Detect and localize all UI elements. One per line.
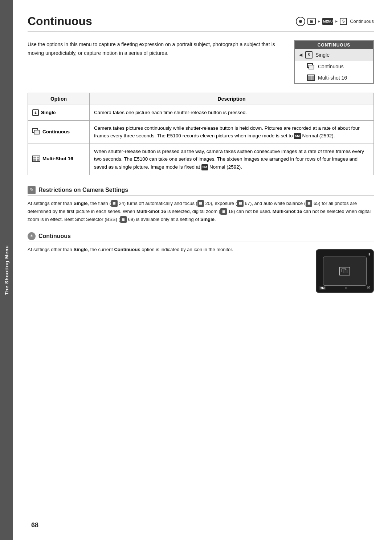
ref-icon: ▩: [220, 208, 227, 215]
option-multishot: Multi-Shot 16: [28, 144, 90, 175]
s-icon: S: [305, 51, 313, 59]
section1-title: Restrictions on Camera Settings: [38, 187, 128, 193]
breadcrumb-camera-icon: ▣: [307, 18, 316, 25]
option-continuous: Continuous: [28, 120, 90, 144]
5m-badge2: 5M: [201, 164, 208, 170]
monitor-5m: 5M: [319, 286, 326, 290]
camera-ui-single-label: Single: [315, 52, 330, 58]
section1-header: ✎ Restrictions on Camera Settings: [28, 186, 374, 196]
monitor-bottom-bar: 5M ⊕ 19: [319, 286, 370, 290]
multishot-icon: [32, 156, 40, 162]
section2-header: ☀ Continuous: [28, 232, 374, 242]
breadcrumb-arrow1: ►: [317, 19, 321, 23]
ref-icon: ▩: [120, 216, 127, 223]
page-title: Continuous: [28, 15, 92, 28]
monitor-count: 19: [366, 286, 370, 290]
intro-text: Use the options in this menu to capture …: [28, 40, 283, 84]
continuous-icon: [32, 128, 40, 135]
col-option: Option: [28, 93, 90, 105]
monitor-screen: [323, 257, 367, 286]
sidebar-label: The Shooting Menu: [4, 245, 9, 295]
camera-ui-multishot-label: Multi-shot 16: [318, 75, 347, 81]
ref-icon: ▩: [111, 200, 118, 207]
ref-icon: ▩: [306, 200, 312, 207]
multi-icon: [307, 74, 315, 81]
camera-ui-continuous-label: Continuous: [318, 64, 344, 69]
monitor-continuous-icon: [339, 267, 350, 275]
ref-icon: ▩: [237, 200, 244, 207]
monitor-center: ⊕: [344, 286, 347, 290]
camera-ui-item-single[interactable]: ◀ S Single: [295, 49, 373, 61]
single-label: Single: [41, 109, 56, 117]
table-row: S Single Camera takes one picture each t…: [28, 105, 374, 121]
top-section: Use the options in this menu to capture …: [28, 40, 374, 84]
camera-q-icon: ☀: [28, 232, 36, 240]
page-number: 68: [31, 521, 38, 529]
continuous-label: Continuous: [42, 128, 70, 136]
desc-single: Camera takes one picture each time shutt…: [90, 105, 374, 121]
note-icon: ✎: [28, 186, 36, 194]
table-row: Continuous Camera takes pictures continu…: [28, 120, 374, 144]
breadcrumb-menu-icon: MENU: [322, 18, 333, 25]
bottom-section: At settings other than Single, the curre…: [28, 246, 374, 293]
desc-multishot: When shutter-release button is pressed a…: [90, 144, 374, 175]
main-content: Continuous ▣ ► MENU ► S Continuous Use t…: [13, 0, 392, 540]
section2-body: At settings other than Single, the curre…: [28, 246, 305, 254]
multishot-label: Multi-Shot 16: [42, 155, 73, 163]
monitor-battery-icon: ▮: [368, 252, 370, 256]
breadcrumb-dot-icon: [296, 17, 305, 26]
breadcrumb-s-icon: S: [340, 18, 347, 25]
single-icon: S: [32, 109, 39, 116]
cont-icon: [307, 63, 315, 70]
col-description: Description: [90, 93, 374, 105]
camera-monitor: ▮ 5M ⊕ 19: [316, 249, 374, 293]
sidebar-tab: The Shooting Menu: [0, 0, 13, 540]
options-table: Option Description S Single Camera takes…: [28, 93, 374, 175]
breadcrumb-label: Continuous: [350, 19, 374, 24]
camera-ui-item-multishot[interactable]: Multi-shot 16: [295, 72, 373, 83]
breadcrumb: ▣ ► MENU ► S Continuous: [296, 17, 374, 26]
title-bar: Continuous ▣ ► MENU ► S Continuous: [28, 15, 374, 32]
breadcrumb-arrow2: ►: [335, 19, 338, 23]
desc-continuous: Camera takes pictures continuously while…: [90, 120, 374, 144]
monitor-top-bar: ▮: [368, 252, 370, 256]
selected-arrow: ◀: [299, 52, 302, 57]
section1-body: At settings other than Single, the flash…: [28, 200, 374, 223]
camera-ui-header: CONTINUOUS: [295, 41, 373, 49]
ref-icon: ▩: [197, 200, 204, 207]
option-single: S Single: [28, 105, 90, 121]
camera-ui-panel: CONTINUOUS ◀ S Single Continuous: [294, 40, 374, 84]
camera-ui-item-continuous[interactable]: Continuous: [295, 61, 373, 72]
section2-title: Continuous: [38, 233, 71, 239]
5m-badge1: 5M: [294, 133, 301, 139]
table-row: Multi-Shot 16 When shutter-release butto…: [28, 144, 374, 175]
